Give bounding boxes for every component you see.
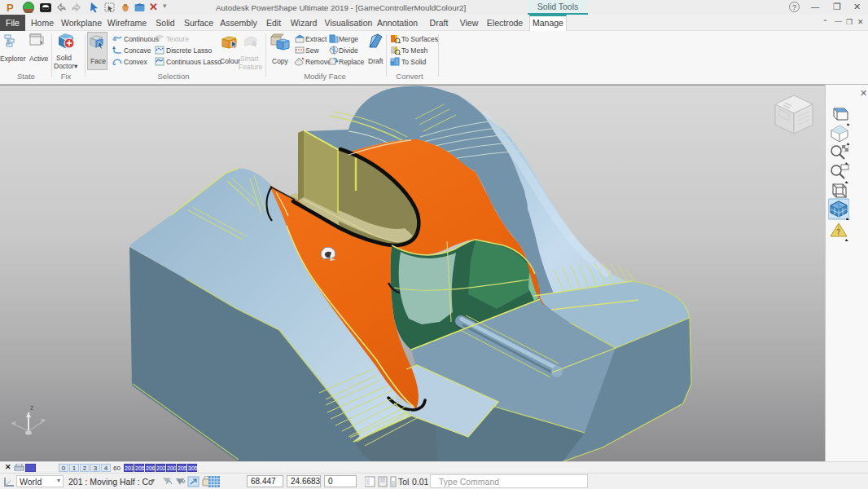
svg-text:z: z [30,403,34,412]
svg-text:?: ? [836,227,840,236]
